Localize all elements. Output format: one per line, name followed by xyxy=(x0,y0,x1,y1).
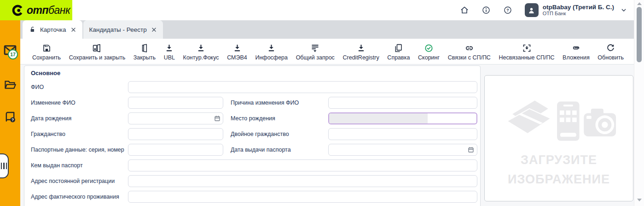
top-header: отпбанк otpBabay (Третий Б. С.) ОТП Банк xyxy=(0,0,644,20)
citizenship-input[interactable] xyxy=(128,128,223,140)
birth-place-input[interactable] xyxy=(328,112,477,124)
left-sidebar: 17 xyxy=(0,20,20,206)
close-icon[interactable] xyxy=(70,27,76,33)
infosfera-button[interactable]: Инфосфера xyxy=(255,43,288,61)
home-icon[interactable] xyxy=(460,6,469,15)
close-icon[interactable] xyxy=(151,27,157,33)
download-icon xyxy=(356,43,366,53)
actual-address-label: Адрес фактического проживания xyxy=(31,194,119,200)
refresh-button[interactable]: Обновить xyxy=(598,43,624,61)
tab-label: Карточка xyxy=(40,26,66,33)
user-org: ОТП Банк xyxy=(543,11,614,17)
reg-address-label: Адрес постоянной регистрации xyxy=(31,178,115,184)
copy-icon xyxy=(394,43,403,53)
form-row: ФИО xyxy=(31,81,478,93)
fio-change-input[interactable] xyxy=(128,97,223,109)
chevron-down-icon xyxy=(620,6,627,14)
mail-badge: 17 xyxy=(8,49,18,59)
list-download-icon xyxy=(310,43,320,53)
user-name: otpBabay (Третий Б. С.) xyxy=(543,4,614,11)
avatar xyxy=(525,3,539,17)
passport-issue-date-input[interactable] xyxy=(328,144,477,156)
scoring-button[interactable]: Скоринг xyxy=(418,43,440,61)
user-menu[interactable]: otpBabay (Третий Б. С.) ОТП Банк xyxy=(525,3,627,17)
attachments-button[interactable]: Вложения xyxy=(563,43,590,61)
brand-text: отпбанк xyxy=(27,4,70,17)
passport-issued-by-input[interactable] xyxy=(128,159,477,171)
link-icon xyxy=(464,43,474,53)
fio-change-label: Изменение ФИО xyxy=(31,100,75,106)
help-icon[interactable] xyxy=(503,6,512,15)
vertical-scrollbar xyxy=(634,0,644,206)
paperclip-icon xyxy=(571,43,581,53)
badge-check-icon xyxy=(424,43,434,53)
birth-date-input[interactable] xyxy=(128,112,223,124)
scrollbar-thumb[interactable] xyxy=(637,7,642,62)
form-row: Гражданство Двойное гражданство xyxy=(31,128,478,140)
download-icon xyxy=(232,43,242,53)
otp-bank-logo: отпбанк xyxy=(0,0,72,20)
form-row: Дата рождения Место рождения xyxy=(31,112,478,124)
citizenship-label: Гражданство xyxy=(31,131,65,137)
section-title: Основное xyxy=(31,70,60,77)
smev4-button[interactable]: СМЭВ4 xyxy=(227,43,247,61)
save-icon xyxy=(42,43,52,53)
calendar-icon[interactable] xyxy=(214,115,221,122)
dual-citizenship-label: Двойное гражданство xyxy=(231,131,289,137)
upload-hint-line1: ЗАГРУЗИТЕ xyxy=(521,154,597,166)
links-spps-button[interactable]: Связки с СП/ПС xyxy=(448,43,491,61)
info-icon[interactable] xyxy=(482,6,491,15)
save-close-button[interactable]: Сохранить и закрыть xyxy=(69,43,125,61)
brand-prefix: отп xyxy=(27,4,48,16)
fio-change-reason-input[interactable] xyxy=(328,97,477,109)
upload-devices-illustration xyxy=(501,93,617,147)
download-icon xyxy=(196,43,206,53)
lock-open-icon xyxy=(29,26,36,33)
camera-icon xyxy=(584,109,616,136)
download-icon xyxy=(267,43,276,53)
form-row: Адрес фактического проживания xyxy=(31,191,478,203)
unlinked-spps-button[interactable]: Несвязанные СП/ПС xyxy=(499,43,555,61)
panel-handle-icon[interactable] xyxy=(0,153,9,178)
folder-open-icon[interactable] xyxy=(4,78,17,91)
user-info: otpBabay (Третий Б. С.) ОТП Банк xyxy=(543,4,614,17)
common-request-button[interactable]: Общий запрос xyxy=(296,43,335,61)
fio-input[interactable] xyxy=(128,81,477,93)
download-icon xyxy=(164,43,174,53)
tab-bar: Карточка Кандидаты - Реестр xyxy=(20,20,634,39)
close-button[interactable]: Закрыть xyxy=(133,43,156,61)
save-close-icon xyxy=(92,43,102,53)
actual-address-input[interactable] xyxy=(128,191,477,203)
header-actions: otpBabay (Третий Б. С.) ОТП Банк xyxy=(460,0,627,20)
book-help-icon[interactable] xyxy=(4,111,17,124)
calendar-icon[interactable] xyxy=(467,146,475,153)
scroll-up-icon[interactable] xyxy=(637,2,642,5)
scroll-down-icon[interactable] xyxy=(637,199,642,201)
app-window: отпбанк otpBabay (Третий Б. С.) ОТП Банк… xyxy=(0,0,644,206)
creditregistry-button[interactable]: CreditRegistry xyxy=(343,43,379,61)
tab-card[interactable]: Карточка xyxy=(23,20,82,39)
passport-data-input[interactable] xyxy=(128,144,223,156)
kontur-focus-button[interactable]: Контур.Фокус xyxy=(183,43,219,61)
input-selection-fill xyxy=(329,113,428,124)
ubl-button[interactable]: UBL xyxy=(164,43,175,61)
tab-candidates-registry[interactable]: Кандидаты - Реестр xyxy=(83,20,163,39)
dual-citizenship-input[interactable] xyxy=(328,128,477,140)
passport-data-label: Паспортные данные: серия, номер xyxy=(31,147,124,153)
box-download-icon xyxy=(522,43,532,53)
birth-place-label: Место рождения xyxy=(231,115,275,122)
passport-issued-by-label: Кем выдан паспорт xyxy=(31,162,83,169)
save-button[interactable]: Сохранить xyxy=(32,43,61,61)
reference-button[interactable]: Справка xyxy=(387,43,410,61)
image-upload-dropzone[interactable]: ЗАГРУЗИТЕ ИЗОБРАЖЕНИЕ xyxy=(484,75,633,201)
brand-suffix: банк xyxy=(48,4,70,16)
form-row: Кем выдан паспорт xyxy=(31,159,478,171)
toolbar: Сохранить Сохранить и закрыть Закрыть UB… xyxy=(20,39,634,65)
form-row: Изменение ФИО Причина изменения ФИО xyxy=(31,97,478,109)
phone-icon xyxy=(557,101,579,141)
tab-label: Кандидаты - Реестр xyxy=(89,26,147,33)
upload-hint-line2: ИЗОБРАЖЕНИЕ xyxy=(508,173,610,186)
user-icon xyxy=(527,6,536,15)
birth-date-label: Дата рождения xyxy=(31,115,71,122)
reg-address-input[interactable] xyxy=(128,175,477,187)
